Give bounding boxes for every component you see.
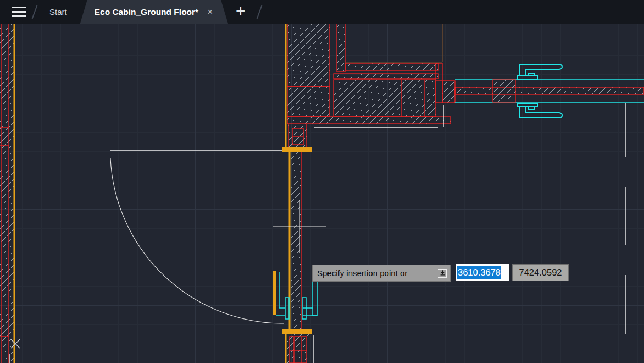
door-swing-arc <box>110 158 284 323</box>
tab-start[interactable]: Start <box>43 0 74 24</box>
tab-title: Eco Cabin_Ground Floor* <box>95 7 198 17</box>
top-wall-assembly[interactable] <box>287 24 455 128</box>
tab-eco-cabin[interactable]: Eco Cabin_Ground Floor* × <box>80 0 228 24</box>
tab-separator <box>256 5 262 19</box>
door-swing[interactable] <box>110 150 284 323</box>
left-wall[interactable] <box>0 24 20 363</box>
file-tab-bar: Start Eco Cabin_Ground Floor* × + <box>0 0 644 24</box>
dynamic-input-x-field[interactable]: 3610.3678 <box>456 264 509 281</box>
door-jamb-bottom[interactable] <box>282 329 313 363</box>
horizontal-door-leaf[interactable] <box>455 79 644 102</box>
dynamic-input-prompt: Specify insertion point or <box>312 265 451 282</box>
close-icon[interactable]: × <box>206 6 214 18</box>
tab-separator <box>32 5 38 19</box>
y-coordinate-value: 7424.0592 <box>519 267 562 278</box>
autocad-window: Start Eco Cabin_Ground Floor* × + <box>0 0 644 363</box>
crosshair-cursor <box>273 200 326 253</box>
door-jamb-top[interactable] <box>282 124 312 152</box>
drawing-viewport[interactable]: Specify insertion point or 3610.3678 742… <box>0 24 644 363</box>
x-coordinate-value: 3610.3678 <box>457 266 501 279</box>
cad-drawing[interactable] <box>0 24 644 363</box>
dynamic-input-y-field[interactable]: 7424.0592 <box>512 264 569 281</box>
down-arrow-to-bar-icon <box>438 269 447 278</box>
hamburger-icon[interactable] <box>12 7 26 17</box>
prompt-text: Specify insertion point or <box>317 268 438 278</box>
